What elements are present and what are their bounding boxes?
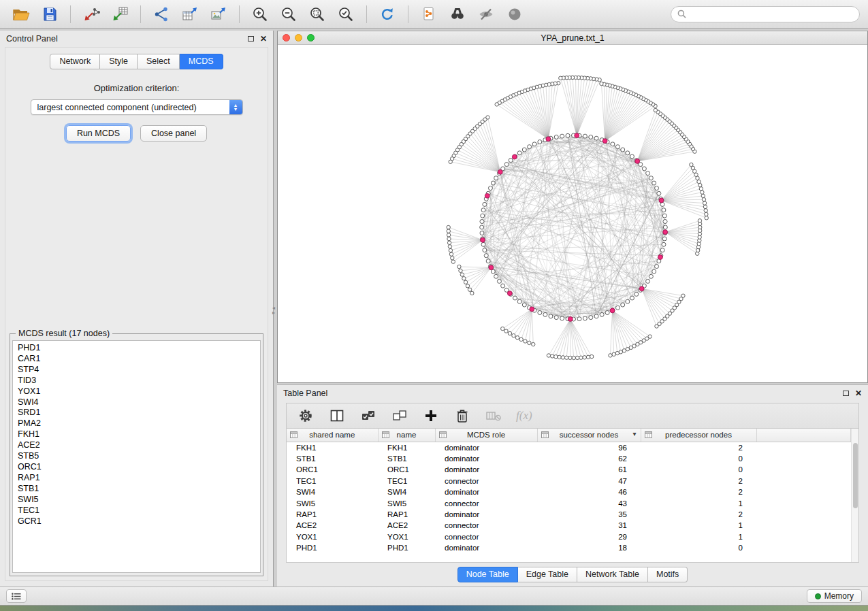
ring-node[interactable] [655,186,659,191]
leaf-node[interactable] [575,356,579,359]
leaf-node[interactable] [449,160,452,163]
search-box[interactable] [671,6,860,22]
panel-splitter[interactable]: ◂▸ [274,31,277,587]
ring-node[interactable] [522,303,526,307]
leaf-node[interactable] [554,355,558,359]
leaf-node[interactable] [703,201,706,205]
ring-node[interactable] [621,148,625,152]
new-network-button[interactable] [148,3,174,26]
leaf-node[interactable] [519,337,523,341]
mcds-node-swi5[interactable]: SWI5 [18,495,260,506]
criterion-dropdown[interactable]: largest connected component (undirected)… [31,99,243,115]
mcds-hub-node[interactable] [568,317,573,322]
ring-node[interactable] [483,202,487,206]
ring-node[interactable] [615,306,620,310]
leaf-node[interactable] [501,327,504,330]
ring-node[interactable] [652,181,656,185]
leaf-node[interactable] [558,355,561,359]
ring-node[interactable] [497,279,501,283]
leaf-node[interactable] [697,180,701,183]
table-row-yox1[interactable]: YOX1YOX1connector291 [287,531,851,542]
ring-node[interactable] [481,214,485,218]
table-row-fkh1[interactable]: FKH1FKH1dominator962 [287,442,851,453]
select-all-button[interactable] [359,407,377,425]
show-all-button[interactable] [502,3,528,26]
leaf-node[interactable] [495,103,498,106]
ring-node[interactable] [549,314,553,318]
ring-node[interactable] [501,284,505,288]
mcds-node-pma2[interactable]: PMA2 [18,418,260,429]
ring-node[interactable] [621,303,625,307]
ring-node[interactable] [517,299,521,303]
mcds-hub-node[interactable] [602,139,607,144]
tab-edge-table[interactable]: Edge Table [518,567,577,582]
close-panel-icon[interactable]: ✕ [260,35,267,43]
mcds-node-stp4[interactable]: STP4 [18,365,260,376]
ring-node[interactable] [649,274,653,278]
ring-node[interactable] [626,151,630,155]
ring-node[interactable] [494,176,498,180]
ring-node[interactable] [646,279,650,283]
leaf-node[interactable] [572,356,575,359]
column-header-MCDS-role[interactable]: MCDS role [435,429,537,442]
ring-node[interactable] [663,225,667,229]
ring-node[interactable] [480,220,484,224]
leaf-node[interactable] [568,356,572,359]
close-table-panel-icon[interactable]: ✕ [855,389,862,397]
mcds-hub-node[interactable] [481,237,485,242]
leaf-node[interactable] [705,212,708,216]
zoom-fit-button[interactable] [304,3,330,26]
ring-node[interactable] [504,163,509,167]
leaf-node[interactable] [532,342,535,346]
mcds-node-stb1[interactable]: STB1 [18,484,260,495]
ring-node[interactable] [513,296,517,300]
save-session-button[interactable] [37,3,63,26]
mcds-hub-node[interactable] [498,169,502,174]
leaf-node[interactable] [701,191,704,194]
leaf-node[interactable] [559,76,562,80]
leaf-node[interactable] [457,265,461,268]
mcds-node-stb5[interactable]: STB5 [18,451,260,462]
leaf-node[interactable] [447,237,451,240]
ring-node[interactable] [626,299,630,303]
close-window-icon[interactable] [283,34,290,42]
ring-node[interactable] [660,248,664,252]
ring-node[interactable] [480,231,484,235]
leaf-node[interactable] [619,350,622,354]
ring-node[interactable] [583,316,587,320]
ring-node[interactable] [662,242,666,246]
mcds-hub-node[interactable] [663,230,668,235]
table-row-ace2[interactable]: ACE2ACE2connector311 [287,520,851,531]
mcds-node-srd1[interactable]: SRD1 [18,408,260,418]
ring-node[interactable] [642,167,646,171]
mcds-node-car1[interactable]: CAR1 [18,354,260,365]
ring-node[interactable] [491,181,495,185]
ring-node[interactable] [605,311,609,315]
mcds-hub-node[interactable] [635,159,640,164]
first-neighbors-button[interactable] [445,3,470,26]
leaf-node[interactable] [705,216,708,220]
ring-node[interactable] [649,176,653,180]
leaf-node[interactable] [702,198,705,201]
leaf-node[interactable] [451,257,454,260]
table-scrollbar[interactable] [851,429,858,562]
mcds-node-yox1[interactable]: YOX1 [18,386,260,397]
mcds-hub-node[interactable] [610,308,615,313]
leaf-node[interactable] [508,331,511,335]
ring-node[interactable] [589,135,593,139]
leaf-node[interactable] [448,245,451,248]
mcds-hub-node[interactable] [639,286,644,291]
leaf-node[interactable] [464,280,467,284]
leaf-node[interactable] [449,248,452,252]
mcds-hub-node[interactable] [530,307,534,312]
mcds-node-tid3[interactable]: TID3 [18,376,260,386]
leaf-node[interactable] [460,273,464,276]
tab-motifs[interactable]: Motifs [648,567,688,582]
leaf-node[interactable] [698,183,702,186]
mcds-hub-node[interactable] [512,154,517,159]
ring-node[interactable] [662,214,666,218]
ring-node[interactable] [481,242,485,246]
leaf-node[interactable] [470,291,474,295]
tab-network[interactable]: Network [50,54,100,69]
leaf-node[interactable] [466,284,469,288]
